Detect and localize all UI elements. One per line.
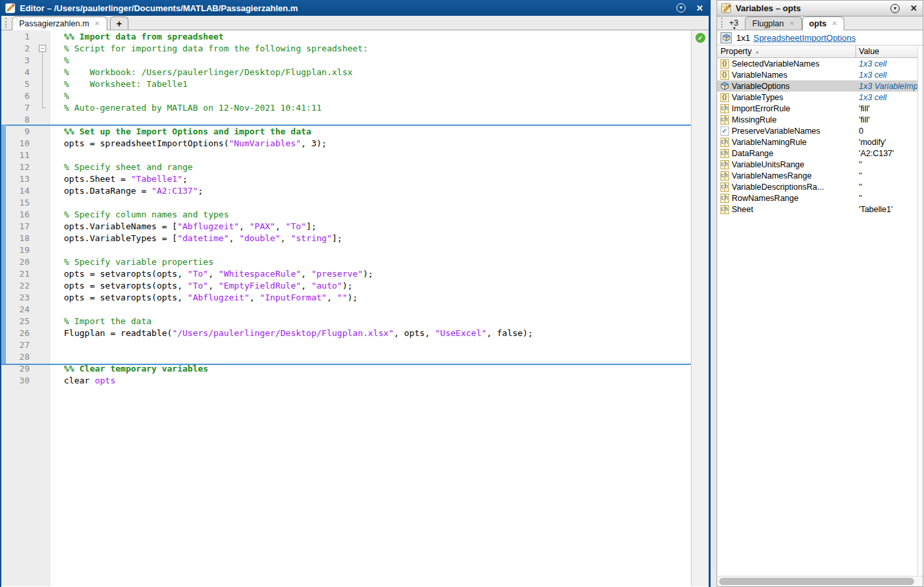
table-row[interactable]: {}VariableNames1x3 cell: [717, 69, 923, 80]
code-line[interactable]: 18opts.VariableTypes = ["datetime", "dou…: [1, 233, 691, 244]
code-text[interactable]: opts.DataRange = "A2:C137";: [64, 185, 203, 197]
code-text[interactable]: %: [64, 55, 69, 67]
window-menu-icon[interactable]: ▾: [890, 4, 900, 13]
code-line[interactable]: 21opts = setvaropts(opts, "To", "Whitesp…: [1, 268, 691, 280]
tab-passagierzahlen[interactable]: Passagierzahlen.m ✕: [12, 16, 107, 30]
code-text[interactable]: opts = setvaropts(opts, "To", "EmptyFiel…: [64, 280, 352, 292]
code-line[interactable]: 10opts = spreadsheetImportOptions("NumVa…: [1, 138, 691, 150]
code-text[interactable]: % Script for importing data from the fol…: [64, 43, 368, 55]
line-number: 3: [1, 55, 33, 67]
code-text[interactable]: %% Import data from spreadsheet: [64, 31, 224, 43]
code-segment-comment: % Specify sheet and range: [64, 162, 193, 172]
table-row[interactable]: chVariableDescriptionsRa...'': [717, 181, 923, 192]
code-text[interactable]: % Specify sheet and range: [64, 161, 193, 173]
code-text[interactable]: % Specify column names and types: [64, 209, 229, 221]
code-line[interactable]: 15: [1, 197, 691, 209]
code-text[interactable]: Flugplan = readtable("/Users/paulerlinge…: [64, 327, 533, 339]
code-text[interactable]: %% Set up the Import Options and import …: [64, 126, 312, 138]
scrollbar-thumb[interactable]: [719, 578, 914, 585]
code-text[interactable]: opts = setvaropts(opts, "To", "Whitespac…: [64, 268, 373, 280]
tab-close-icon[interactable]: ✕: [94, 20, 99, 27]
vertical-scrollbar-track[interactable]: [917, 46, 923, 575]
code-text[interactable]: % Worksheet: Tabelle1: [64, 78, 188, 90]
code-line[interactable]: 8: [1, 114, 691, 126]
code-text[interactable]: opts.VariableTypes = ["datetime", "doubl…: [64, 233, 342, 244]
code-line[interactable]: 27: [1, 339, 691, 351]
table-row[interactable]: chRowNamesRange'': [717, 192, 923, 204]
table-row[interactable]: chVariableNamesRange'': [717, 170, 923, 181]
hidden-tabs-overflow-button[interactable]: +3 ▼: [729, 18, 738, 28]
code-line[interactable]: 7% Auto-generated by MATLAB on 12-Nov-20…: [1, 102, 691, 114]
code-line[interactable]: 17opts.VariableNames = ["Abflugzeit", "P…: [1, 221, 691, 233]
code-text[interactable]: opts.VariableNames = ["Abflugzeit", "PAX…: [64, 221, 317, 233]
code-text[interactable]: % Auto-generated by MATLAB on 12-Nov-202…: [64, 102, 321, 114]
table-header: Property ▲ Value: [717, 45, 923, 58]
tab-close-icon[interactable]: ✕: [789, 20, 794, 27]
tab-opts[interactable]: opts✕: [802, 16, 845, 30]
code-line[interactable]: 9%% Set up the Import Options and import…: [1, 126, 691, 138]
horizontal-scrollbar[interactable]: [717, 576, 923, 586]
code-text[interactable]: % Specify variable properties: [64, 256, 213, 268]
tab-flugplan[interactable]: Flugplan✕: [745, 16, 802, 30]
class-name-link[interactable]: SpreadsheetImportOptions: [753, 33, 856, 43]
new-tab-button[interactable]: +: [110, 16, 128, 30]
code-text[interactable]: opts.Sheet = "Tabelle1";: [64, 173, 188, 185]
code-line[interactable]: 19: [1, 244, 691, 256]
property-table: {}SelectedVariableNames1x3 cell{}Variabl…: [717, 58, 923, 215]
code-line[interactable]: 26Flugplan = readtable("/Users/paulerlin…: [1, 327, 691, 339]
table-row[interactable]: chVariableNamingRule'modify': [717, 136, 923, 148]
column-header-property[interactable]: Property ▲: [717, 45, 856, 57]
char-type-icon: ch: [720, 204, 729, 214]
code-text[interactable]: opts = setvaropts(opts, "Abflugzeit", "I…: [64, 292, 358, 304]
code-text[interactable]: %% Clear temporary variables: [64, 363, 208, 375]
code-line[interactable]: 23opts = setvaropts(opts, "Abflugzeit", …: [1, 292, 691, 304]
matlab-desktop: Editor – /Users/paulerlinger/Documents/M…: [0, 0, 924, 587]
code-line[interactable]: 16% Specify column names and types: [1, 209, 691, 221]
code-text[interactable]: % Workbook: /Users/paulerlinger/Desktop/…: [64, 67, 352, 78]
table-row[interactable]: {}VariableTypes1x3 cell: [717, 92, 923, 103]
code-line[interactable]: 2% Script for importing data from the fo…: [1, 43, 691, 55]
analyzer-ok-icon[interactable]: ✓: [695, 33, 705, 43]
code-line[interactable]: 6%: [1, 90, 691, 102]
code-line[interactable]: 29%% Clear temporary variables: [1, 363, 691, 375]
code-editor[interactable]: 1%% Import data from spreadsheet2% Scrip…: [1, 31, 691, 387]
code-line[interactable]: 3%: [1, 55, 691, 67]
property-value: 1x3 VariableImpo...: [856, 82, 923, 91]
code-segment-plain: ,: [208, 281, 219, 291]
code-line[interactable]: 11: [1, 150, 691, 161]
code-line[interactable]: 12% Specify sheet and range: [1, 161, 691, 173]
table-row[interactable]: chSheet'Tabelle1': [717, 204, 923, 215]
tab-close-icon[interactable]: ✕: [832, 20, 837, 27]
char-type-icon: ch: [720, 148, 729, 158]
code-line[interactable]: 25% Import the data: [1, 316, 691, 327]
code-text[interactable]: % Import the data: [64, 316, 151, 327]
table-row[interactable]: ✓PreserveVariableNames0: [717, 125, 923, 136]
close-icon[interactable]: ✕: [910, 4, 917, 13]
code-line[interactable]: 1%% Import data from spreadsheet: [1, 31, 691, 43]
column-header-value[interactable]: Value: [856, 45, 923, 57]
table-row[interactable]: {}SelectedVariableNames1x3 cell: [717, 58, 923, 69]
code-line[interactable]: 5% Worksheet: Tabelle1: [1, 78, 691, 90]
code-text[interactable]: opts = spreadsheetImportOptions("NumVari…: [64, 138, 327, 150]
code-line[interactable]: 13opts.Sheet = "Tabelle1";: [1, 173, 691, 185]
close-icon[interactable]: ✕: [696, 4, 703, 13]
table-row[interactable]: VariableOptions1x3 VariableImpo...: [717, 80, 923, 92]
table-row[interactable]: chMissingRule'fill': [717, 114, 923, 125]
code-line[interactable]: 22opts = setvaropts(opts, "To", "EmptyFi…: [1, 280, 691, 292]
code-text[interactable]: clear opts: [64, 375, 115, 387]
table-row[interactable]: chDataRange'A2:C137': [717, 148, 923, 159]
window-menu-icon[interactable]: ▾: [676, 3, 686, 13]
table-row[interactable]: chVariableUnitsRange'': [717, 159, 923, 170]
code-segment-plain: , opts,: [394, 328, 435, 338]
drag-handle[interactable]: [721, 18, 724, 28]
code-line[interactable]: 4% Workbook: /Users/paulerlinger/Desktop…: [1, 67, 691, 78]
code-line[interactable]: 14opts.DataRange = "A2:C137";: [1, 185, 691, 197]
code-line[interactable]: 30clear opts: [1, 375, 691, 387]
table-row[interactable]: chImportErrorRule'fill': [717, 103, 923, 114]
code-segment-string: "WhitespaceRule": [219, 269, 301, 279]
code-line[interactable]: 28: [1, 351, 691, 363]
code-line[interactable]: 24: [1, 304, 691, 316]
drag-handle[interactable]: [5, 18, 8, 28]
code-line[interactable]: 20% Specify variable properties: [1, 256, 691, 268]
code-text[interactable]: %: [64, 90, 69, 102]
